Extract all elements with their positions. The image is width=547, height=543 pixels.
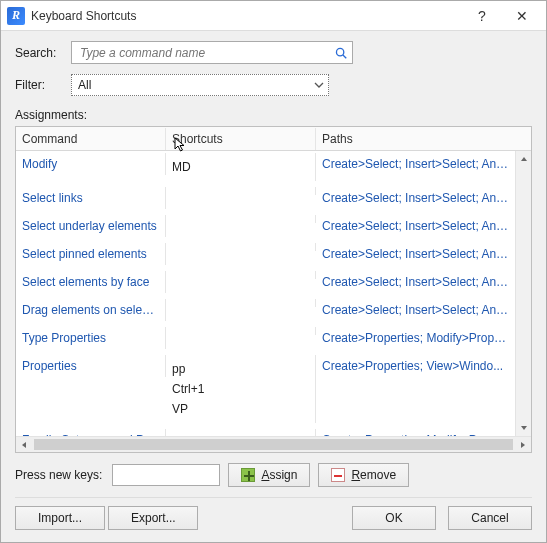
filter-value: All [78, 78, 91, 92]
table-row[interactable]: Select underlay elementsCreate>Select; I… [16, 213, 515, 239]
scroll-down-icon[interactable] [516, 420, 531, 436]
footer: Import... Export... OK Cancel [15, 506, 532, 532]
cell-paths: Create>Properties; Modify>Prope... [316, 429, 515, 436]
cell-shortcuts: MD [166, 153, 316, 181]
titlebar: R Keyboard Shortcuts ? ✕ [1, 1, 546, 31]
dialog-window: R Keyboard Shortcuts ? ✕ Search: Filter:… [0, 0, 547, 543]
horizontal-scrollbar[interactable] [16, 436, 531, 452]
cell-paths: Create>Select; Insert>Select; Ann... [316, 187, 515, 209]
search-box[interactable] [71, 41, 353, 64]
new-keys-row: Press new keys: Assign Remove [15, 463, 532, 487]
help-button[interactable]: ? [462, 2, 502, 30]
column-header-command[interactable]: Command [16, 128, 166, 150]
column-header-paths[interactable]: Paths [316, 128, 531, 150]
vertical-scrollbar[interactable] [515, 151, 531, 436]
press-new-keys-label: Press new keys: [15, 468, 102, 482]
svg-line-1 [343, 54, 346, 57]
cell-shortcuts [166, 215, 316, 223]
table-row[interactable]: Select pinned elementsCreate>Select; Ins… [16, 241, 515, 267]
cell-command: Select underlay elements [16, 215, 166, 237]
assign-button[interactable]: Assign [228, 463, 310, 487]
filter-dropdown[interactable]: All [71, 74, 329, 96]
scroll-up-icon[interactable] [516, 151, 531, 167]
cell-shortcuts [166, 271, 316, 279]
search-input[interactable] [78, 45, 334, 61]
cell-paths: Create>Select; Insert>Select; Ann... [316, 299, 515, 321]
cell-shortcuts [166, 429, 316, 436]
cell-paths: Create>Properties; Modify>Prope... [316, 327, 515, 349]
table-row[interactable]: Select elements by faceCreate>Select; In… [16, 269, 515, 295]
footer-left: Import... Export... [15, 506, 198, 530]
search-icon[interactable] [334, 46, 348, 60]
table-row[interactable]: ModifyMDCreate>Select; Insert>Select; An… [16, 151, 515, 183]
cancel-button[interactable]: Cancel [448, 506, 532, 530]
search-label: Search: [15, 46, 71, 60]
cell-command: Type Properties [16, 327, 166, 349]
cell-paths: Create>Select; Insert>Select; Ann... [316, 153, 515, 175]
separator [15, 497, 532, 498]
table-row[interactable]: Select linksCreate>Select; Insert>Select… [16, 185, 515, 211]
ok-button[interactable]: OK [352, 506, 436, 530]
assignments-grid: Command Shortcuts Paths ModifyMDCreate>S… [15, 126, 532, 453]
grid-body: ModifyMDCreate>Select; Insert>Select; An… [16, 151, 531, 452]
filter-row: Filter: All [15, 74, 532, 96]
scroll-thumb[interactable] [34, 439, 513, 450]
column-header-shortcuts[interactable]: Shortcuts [166, 128, 316, 150]
scroll-left-icon[interactable] [16, 437, 32, 452]
minus-icon [331, 468, 345, 482]
content-area: Search: Filter: All Assignments: [1, 31, 546, 542]
cell-paths: Create>Select; Insert>Select; Ann... [316, 243, 515, 265]
cell-paths: Create>Properties; View>Windo... [316, 355, 515, 377]
import-button[interactable]: Import... [15, 506, 105, 530]
assign-label: Assign [261, 468, 297, 482]
window-title: Keyboard Shortcuts [31, 9, 462, 23]
spacer [210, 506, 340, 530]
svg-point-0 [336, 48, 343, 55]
scroll-right-icon[interactable] [515, 437, 531, 452]
cell-shortcuts: ppCtrl+1VP [166, 355, 316, 423]
grid-header: Command Shortcuts Paths [16, 127, 531, 151]
cell-shortcuts [166, 243, 316, 251]
filter-label: Filter: [15, 78, 71, 92]
cell-paths: Create>Select; Insert>Select; Ann... [316, 215, 515, 237]
plus-icon [241, 468, 255, 482]
remove-label: Remove [351, 468, 396, 482]
cell-paths: Create>Select; Insert>Select; Ann... [316, 271, 515, 293]
assignments-label: Assignments: [15, 108, 532, 122]
remove-button[interactable]: Remove [318, 463, 409, 487]
new-keys-input[interactable] [112, 464, 220, 486]
search-row: Search: [15, 41, 532, 64]
cell-shortcuts [166, 187, 316, 195]
close-button[interactable]: ✕ [502, 2, 542, 30]
cell-shortcuts [166, 299, 316, 307]
app-icon: R [7, 7, 25, 25]
bottom-area: Press new keys: Assign Remove Import... … [15, 453, 532, 532]
table-row[interactable]: Drag elements on select...Create>Select;… [16, 297, 515, 323]
table-row[interactable]: PropertiesppCtrl+1VPCreate>Properties; V… [16, 353, 515, 425]
cell-command: Modify [16, 153, 166, 175]
cell-command: Properties [16, 355, 166, 377]
cell-command: Family Category and Par... [16, 429, 166, 436]
cell-command: Select pinned elements [16, 243, 166, 265]
cell-shortcuts [166, 327, 316, 335]
chevron-down-icon [314, 80, 324, 90]
cell-command: Select elements by face [16, 271, 166, 293]
grid-rows: ModifyMDCreate>Select; Insert>Select; An… [16, 151, 515, 436]
cell-command: Select links [16, 187, 166, 209]
export-button[interactable]: Export... [108, 506, 198, 530]
scroll-track[interactable] [516, 167, 531, 420]
table-row[interactable]: Type PropertiesCreate>Properties; Modify… [16, 325, 515, 351]
cell-command: Drag elements on select... [16, 299, 166, 321]
table-row[interactable]: Family Category and Par...Create>Propert… [16, 427, 515, 436]
